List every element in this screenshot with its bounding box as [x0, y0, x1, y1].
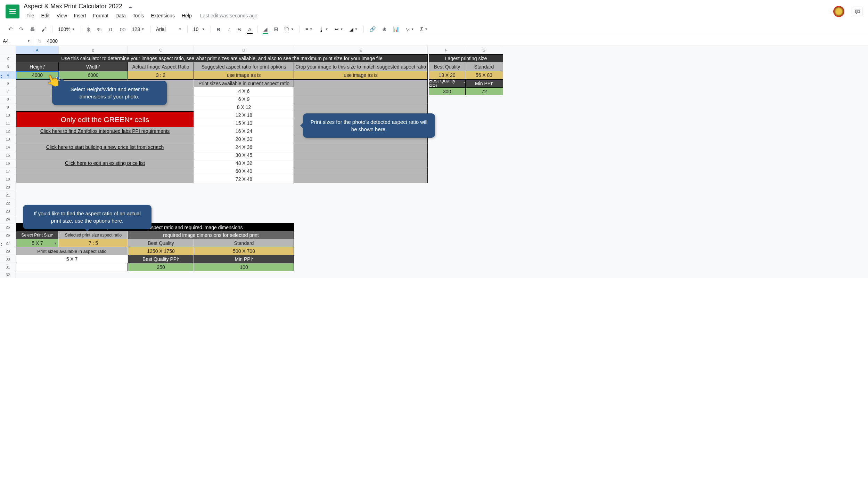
cell[interactable] — [294, 87, 428, 95]
cell[interactable]: Click here to start building a new price… — [16, 143, 194, 151]
cell[interactable] — [294, 175, 428, 183]
cell[interactable] — [294, 143, 428, 151]
cell[interactable] — [294, 151, 428, 159]
menu-view[interactable]: View — [54, 11, 70, 20]
dropdown-icon[interactable]: ▼ — [54, 242, 57, 245]
menu-data[interactable]: Data — [113, 11, 129, 20]
row-header-13[interactable]: 13 — [0, 135, 16, 143]
cell[interactable]: Click here to edit an existing price lis… — [16, 159, 194, 167]
cell-size-0[interactable]: 4 X 6 — [194, 87, 294, 95]
cell-bq2-label[interactable]: Best Quality — [128, 239, 194, 247]
row-header-29[interactable]: 29 — [0, 247, 16, 255]
cell-best-quality-label[interactable]: Best Quality — [429, 62, 465, 71]
cell-ppi-72[interactable]: 72 — [466, 88, 503, 95]
col-header-A[interactable]: A — [16, 46, 59, 54]
insert-chart-button[interactable]: 📊 — [390, 24, 402, 34]
wrap-button[interactable]: ↩ ▼ — [332, 25, 346, 33]
rotate-button[interactable]: ◢ ▼ — [347, 25, 361, 33]
cell-size-9[interactable]: 48 X 32 — [194, 159, 294, 167]
cell-selected-ratio-val[interactable]: 7 : 5 — [59, 239, 128, 247]
cell-size-4[interactable]: 15 X 10 — [194, 119, 294, 127]
menu-extensions[interactable]: Extensions — [148, 11, 177, 20]
row-header-2[interactable]: 2 — [0, 54, 16, 62]
cell-selected-ratio-label[interactable]: Selected print size aspect ratio — [59, 231, 128, 239]
formula-input[interactable]: 4000 — [46, 37, 868, 45]
cell-largest-label[interactable]: Lagest printing size — [429, 55, 503, 62]
cell-select-size-val[interactable]: 5 X 7 — [16, 239, 58, 247]
cell-use-2[interactable]: use image as is — [294, 71, 427, 79]
cell[interactable] — [16, 135, 194, 143]
row-header-20[interactable]: 20 — [0, 183, 16, 191]
zoom-select[interactable]: 100% ▼ — [55, 25, 78, 33]
cell-suggested-label[interactable]: Suggested aspect ratio for print options — [194, 62, 294, 71]
show-comments-button[interactable] — [853, 7, 862, 16]
cell-ratio-val[interactable]: 3 : 2 — [128, 71, 194, 79]
cell[interactable] — [294, 103, 428, 111]
cell-std2-label[interactable]: Standard — [194, 239, 294, 247]
row-header-17[interactable]: 17 — [0, 167, 16, 175]
undo-button[interactable]: ↶ — [6, 24, 16, 34]
cell-standard-label[interactable]: Standard — [465, 62, 503, 71]
cell-bqppi-label[interactable]: Best Quality PPI* — [429, 80, 465, 87]
cell-width-label[interactable]: Width* — [59, 62, 128, 71]
row-header-16[interactable]: 16 — [0, 159, 16, 167]
row-header-32[interactable]: 32 — [0, 271, 16, 278]
cell-width-val[interactable]: 6000 — [59, 71, 128, 79]
row-header-10[interactable]: 10 — [0, 111, 16, 119]
cell-required-dims-label[interactable]: required image dimensions for selected p… — [128, 231, 294, 239]
col-header-B[interactable]: B — [59, 46, 128, 54]
cell-250[interactable]: 250 — [128, 263, 194, 271]
redo-button[interactable]: ↷ — [16, 24, 26, 34]
functions-button[interactable]: Σ ▼ — [417, 25, 431, 33]
user-avatar[interactable] — [833, 6, 844, 17]
cell-size-6[interactable]: 20 X 30 — [194, 135, 294, 143]
row-header-12[interactable]: 12 — [0, 127, 16, 135]
cell-bqppi2-label[interactable]: Best Quality PPI* — [128, 255, 194, 263]
col-header-F[interactable]: F — [428, 46, 465, 54]
menu-insert[interactable]: Insert — [71, 11, 89, 20]
cell[interactable] — [16, 167, 194, 175]
merge-button[interactable]: ⿻ ▼ — [282, 25, 297, 33]
cell-size-5[interactable]: 16 X 24 — [194, 127, 294, 135]
row-header-8[interactable]: 8 — [0, 95, 16, 103]
row-header-6[interactable]: 6 — [0, 79, 16, 87]
paint-format-button[interactable]: 🖌 — [39, 24, 49, 34]
decrease-decimal-button[interactable]: .0 — [105, 24, 115, 34]
link-6[interactable]: Click here to start building a new price… — [46, 144, 164, 150]
print-button[interactable]: 🖶 — [27, 24, 38, 34]
row-header-25[interactable]: 25 — [0, 223, 16, 231]
borders-button[interactable]: ⊞ — [271, 24, 281, 34]
font-select[interactable]: Arial ▼ — [153, 25, 185, 33]
row-header-11[interactable]: 11 — [0, 119, 16, 127]
cell[interactable]: Only edit the GREEN* cells — [16, 111, 194, 127]
row-header-14[interactable]: 14 — [0, 143, 16, 151]
cloud-save-icon[interactable]: ☁ — [128, 4, 132, 9]
numfmt-select[interactable]: 123 ▼ — [129, 25, 147, 33]
fill-color-button[interactable]: ◢ — [261, 24, 270, 34]
col-header-E[interactable]: E — [294, 46, 428, 54]
cell-ppi-300[interactable]: 300 — [429, 88, 465, 95]
cell-print-sizes-label[interactable]: Print sizes available in current aspect … — [194, 80, 294, 87]
strike-button[interactable]: S — [235, 24, 244, 34]
select-all-corner[interactable] — [0, 46, 16, 54]
cell[interactable] — [294, 159, 428, 167]
cell-minppi-label[interactable]: Min PPI* — [466, 80, 503, 87]
row-header-21[interactable]: 21 — [0, 191, 16, 199]
col-header-C[interactable]: C — [128, 46, 194, 54]
cell-size-10[interactable]: 60 X 40 — [194, 167, 294, 175]
format-currency-button[interactable]: $ — [84, 24, 93, 34]
text-color-button[interactable]: A — [245, 24, 255, 34]
menu-help[interactable]: Help — [179, 11, 195, 20]
cell-size-11[interactable]: 72 X 48 — [194, 175, 294, 183]
menu-tools[interactable]: Tools — [130, 11, 147, 20]
row-header-31[interactable]: 31 — [0, 263, 16, 271]
bold-button[interactable]: B — [214, 24, 223, 34]
name-box[interactable]: A4 ▼ — [0, 37, 33, 45]
row-header-22[interactable]: 22 — [0, 199, 16, 207]
row-header-15[interactable]: 15 — [0, 151, 16, 159]
cell-minppi2-label[interactable]: Min PPI* — [194, 255, 294, 263]
cell[interactable] — [16, 263, 128, 271]
cell-std-size[interactable]: 56 X 83 — [465, 71, 503, 79]
row-header-30[interactable]: 30 — [0, 255, 16, 263]
menu-file[interactable]: File — [24, 11, 37, 20]
